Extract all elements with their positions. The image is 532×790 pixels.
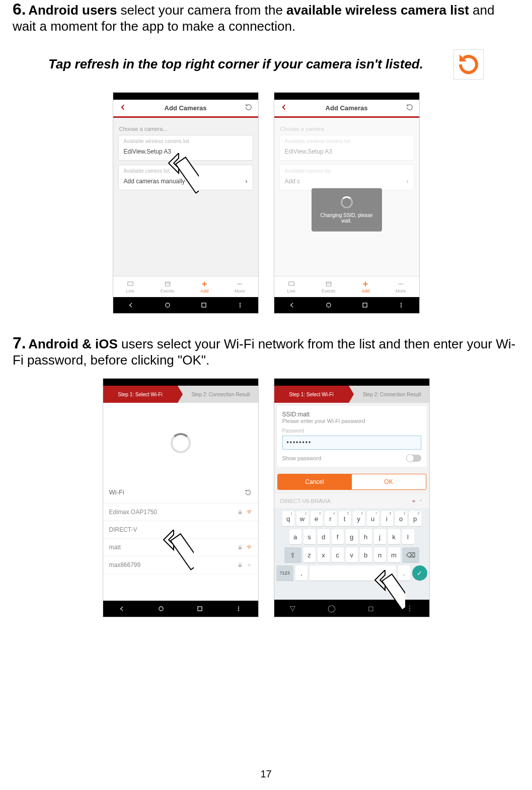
key-r[interactable]: r4	[325, 511, 337, 526]
nav-menu-icon[interactable]	[398, 302, 405, 309]
back-icon[interactable]	[118, 103, 127, 114]
ssid-label: SSID:matt	[282, 411, 421, 418]
key-o[interactable]: o9	[395, 511, 407, 526]
page-number: 17	[0, 768, 532, 780]
cancel-button[interactable]: Cancel	[278, 474, 352, 489]
refresh-icon[interactable]	[244, 103, 253, 114]
nav-back-icon[interactable]: ▽	[290, 604, 295, 612]
wifi-row[interactable]: DIRECT-V	[103, 521, 258, 539]
key-x[interactable]: x	[318, 547, 330, 562]
svg-point-4	[239, 283, 240, 284]
key-g[interactable]: g	[346, 529, 358, 544]
refresh-icon[interactable]	[244, 488, 252, 498]
nav-recent-icon[interactable]	[196, 605, 203, 612]
status-bar	[274, 93, 419, 100]
svg-point-30	[238, 608, 239, 609]
spinner-icon	[171, 433, 191, 453]
key-e[interactable]: e3	[311, 511, 323, 526]
tab-events[interactable]: Events	[161, 280, 175, 294]
refresh-icon	[453, 49, 484, 80]
key-m[interactable]: m	[388, 547, 400, 562]
nav-recent-icon[interactable]: ◻	[368, 604, 374, 612]
period-key[interactable]: .	[398, 565, 410, 581]
svg-point-19	[326, 303, 330, 307]
svg-rect-34	[413, 500, 415, 502]
key-j[interactable]: j	[374, 529, 386, 544]
key-c[interactable]: c	[332, 547, 344, 562]
svg-rect-13	[288, 281, 294, 285]
space-key[interactable]	[310, 565, 396, 581]
nav-back-icon[interactable]	[119, 605, 126, 612]
svg-point-17	[400, 283, 401, 284]
key-n[interactable]: n	[374, 547, 386, 562]
refresh-icon[interactable]	[405, 103, 414, 114]
key-d[interactable]: d	[318, 529, 330, 544]
key-b[interactable]: b	[360, 547, 372, 562]
svg-point-8	[240, 303, 241, 304]
nav-recent-icon[interactable]	[200, 302, 207, 309]
password-input[interactable]: ••••••••	[282, 436, 421, 450]
key-l[interactable]: l	[402, 529, 414, 544]
key-t[interactable]: t5	[339, 511, 351, 526]
back-icon[interactable]	[279, 103, 288, 114]
nav-back-icon[interactable]	[128, 302, 135, 309]
tab-add[interactable]: Add	[361, 280, 369, 294]
nav-menu-icon[interactable]	[237, 302, 244, 309]
step-6-text: Android users select your camera from th…	[13, 3, 494, 34]
nav-menu-icon[interactable]: ⋮	[406, 604, 413, 612]
screen-title: Add Cameras	[326, 104, 368, 112]
android-nav-bar	[113, 297, 258, 313]
nav-home-icon[interactable]	[164, 302, 171, 309]
key-u[interactable]: u7	[367, 511, 379, 526]
toggle-icon[interactable]	[406, 455, 421, 462]
tab-events[interactable]: Events	[322, 280, 336, 294]
wifi-row[interactable]: matt	[103, 539, 258, 556]
tab-live[interactable]: Live	[126, 280, 134, 294]
enter-key[interactable]: ✓	[412, 565, 427, 581]
tab-live[interactable]: Live	[287, 280, 295, 294]
status-bar	[103, 379, 258, 386]
key-f[interactable]: f	[332, 529, 344, 544]
key-y[interactable]: y6	[353, 511, 365, 526]
step-6: 6. Android users select your camera from…	[13, 0, 519, 34]
nav-home-icon[interactable]	[158, 605, 165, 612]
camera-list-card: Available camera list Add cameras manual…	[118, 165, 253, 190]
key-k[interactable]: k	[388, 529, 400, 544]
tab-more[interactable]: More	[396, 280, 406, 294]
key-s[interactable]: s	[303, 529, 316, 544]
show-password-row[interactable]: Show password	[282, 455, 421, 462]
svg-point-5	[241, 283, 242, 284]
wifi-icon	[246, 562, 252, 568]
ssid-instruction: Please enter your Wi-Fi password	[282, 418, 421, 424]
nav-recent-icon[interactable]	[361, 302, 368, 309]
key-a[interactable]: a	[289, 529, 301, 544]
password-card: SSID:matt Please enter your Wi-Fi passwo…	[277, 406, 426, 467]
wifi-row[interactable]: max866799	[103, 556, 258, 574]
backspace-key[interactable]: ⌫	[402, 547, 419, 562]
step-7-text: Android & iOS users select your Wi-Fi ne…	[13, 336, 515, 368]
key-v[interactable]: v	[346, 547, 358, 562]
comma-key[interactable]: ,	[295, 565, 308, 581]
svg-rect-0	[127, 281, 133, 285]
key-z[interactable]: z	[303, 547, 316, 562]
nav-home-icon[interactable]: ◯	[328, 604, 336, 612]
shift-key[interactable]: ⇧	[284, 547, 301, 562]
tab-add[interactable]: Add	[200, 280, 208, 294]
tab-more[interactable]: More	[235, 280, 245, 294]
svg-rect-24	[239, 512, 242, 515]
key-q[interactable]: q1	[282, 511, 294, 526]
android-nav-bar: ▽ ◯ ◻ ⋮	[274, 600, 429, 617]
nav-back-icon[interactable]	[289, 302, 296, 309]
choose-label: Choose a camera...	[119, 126, 252, 132]
wifi-row[interactable]: Edimax OAP1750	[103, 504, 258, 521]
key-h[interactable]: h	[360, 529, 372, 544]
key-w[interactable]: w2	[296, 511, 309, 526]
symbols-key[interactable]: ?123	[276, 565, 293, 581]
camera-list-item[interactable]: EdiView.Setup A3	[119, 144, 253, 160]
key-p[interactable]: p0	[409, 511, 421, 526]
add-manually-row[interactable]: Add cameras manually›	[119, 174, 253, 190]
nav-home-icon[interactable]	[325, 302, 332, 309]
nav-menu-icon[interactable]	[235, 605, 242, 612]
ok-button[interactable]: OK	[352, 474, 426, 489]
key-i[interactable]: i8	[381, 511, 393, 526]
